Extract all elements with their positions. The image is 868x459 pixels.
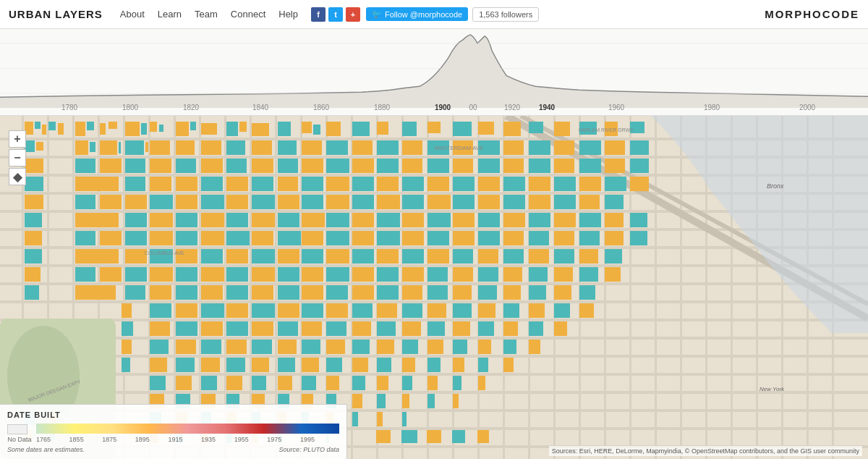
svg-rect-276 [453,267,473,282]
svg-rect-420 [376,430,391,443]
svg-rect-10 [0,228,868,231]
svg-rect-262 [100,267,122,282]
svg-rect-167 [630,177,649,191]
svg-rect-317 [453,303,472,318]
svg-rect-321 [554,303,570,318]
svg-rect-60 [42,125,46,135]
svg-rect-300 [503,285,521,300]
facebook-icon[interactable]: f [311,7,326,22]
svg-rect-133 [352,159,374,173]
tick-1780: 1780 [61,104,77,111]
svg-rect-227 [377,231,400,245]
svg-rect-85 [453,122,472,136]
svg-rect-16 [0,337,868,340]
svg-rect-155 [326,177,349,191]
svg-rect-363 [252,358,269,372]
zoom-in-button[interactable]: + [9,130,26,148]
svg-rect-368 [377,358,391,372]
svg-rect-218 [150,231,173,245]
svg-rect-13 [0,282,868,285]
svg-rect-177 [278,195,299,209]
svg-rect-424 [477,430,489,443]
svg-rect-312 [326,303,348,318]
svg-rect-173 [176,195,197,209]
svg-rect-98 [119,142,121,153]
svg-rect-191 [25,213,42,227]
svg-rect-302 [554,285,571,300]
nav-learn[interactable]: Learn [158,9,182,20]
svg-rect-257 [554,249,574,264]
nav-team[interactable]: Team [195,9,218,20]
svg-rect-150 [201,177,223,191]
svg-rect-144 [630,159,649,173]
svg-rect-66 [109,122,117,129]
twitter-icon[interactable]: t [328,7,343,22]
svg-rect-244 [226,249,248,264]
svg-rect-285 [125,285,145,300]
svg-rect-301 [529,285,546,300]
reset-bearing-button[interactable]: ◆ [9,168,26,185]
svg-rect-94 [36,142,43,151]
svg-rect-365 [302,358,319,372]
nav-connect[interactable]: Connect [231,9,265,20]
svg-rect-297 [427,285,448,300]
svg-rect-187 [529,195,550,209]
svg-rect-251 [402,249,424,264]
svg-rect-82 [377,122,388,135]
svg-rect-124 [125,159,145,173]
svg-text:New York: New York [760,386,785,392]
tick-1765: 1765 [36,436,51,443]
svg-rect-305 [150,303,171,318]
svg-rect-274 [402,267,424,282]
svg-rect-252 [427,249,449,264]
svg-rect-245 [252,249,275,264]
main-nav: About Learn Team Connect Help [120,9,298,20]
map-container[interactable]: AMSTERDAM AVE COLUMBUS AVE HARLEM RIVER … [0,116,868,459]
svg-rect-194 [150,213,173,227]
svg-rect-169 [75,195,95,209]
svg-rect-226 [352,231,374,245]
svg-rect-145 [25,177,43,191]
tick-1900: 1900 [435,104,451,111]
twitter-follow-button[interactable]: 🐦 Follow @morphocode [366,7,468,21]
svg-rect-120 [630,140,649,155]
svg-rect-357 [529,340,540,354]
svg-rect-380 [302,376,316,390]
svg-rect-156 [352,177,374,191]
svg-rect-126 [176,159,196,173]
svg-rect-116 [529,140,550,155]
svg-rect-200 [302,213,325,227]
svg-rect-88 [529,122,543,133]
svg-rect-105 [252,140,272,155]
svg-rect-269 [278,267,299,282]
legend-gradient-bar [36,424,339,434]
svg-text:AMSTERDAM AVE: AMSTERDAM AVE [434,145,483,151]
nav-help[interactable]: Help [278,9,298,20]
svg-rect-338 [503,321,518,336]
nav-about[interactable]: About [120,9,145,20]
legend-note-estimates: Some dates are estimates. [7,446,85,453]
svg-rect-336 [453,321,470,336]
svg-rect-68 [141,123,147,135]
googleplus-icon[interactable]: + [346,7,360,22]
legend: DATE BUILT No Data 1765 1855 1875 1895 1… [0,404,347,459]
svg-rect-77 [278,122,291,136]
svg-rect-149 [176,177,197,191]
svg-rect-100 [145,142,148,152]
svg-rect-367 [352,358,368,372]
svg-rect-189 [579,195,600,209]
svg-rect-278 [503,267,522,282]
svg-rect-195 [176,213,197,227]
svg-rect-103 [201,140,221,155]
tick-1955: 1955 [234,436,249,443]
zoom-out-button[interactable]: − [9,149,26,167]
svg-rect-108 [326,140,348,155]
svg-rect-18 [0,373,868,376]
svg-rect-411 [402,412,407,426]
svg-rect-272 [352,267,374,282]
svg-rect-371 [453,358,464,372]
svg-rect-399 [427,394,435,408]
svg-rect-143 [605,159,625,173]
svg-rect-255 [503,249,524,264]
svg-rect-379 [278,376,292,390]
